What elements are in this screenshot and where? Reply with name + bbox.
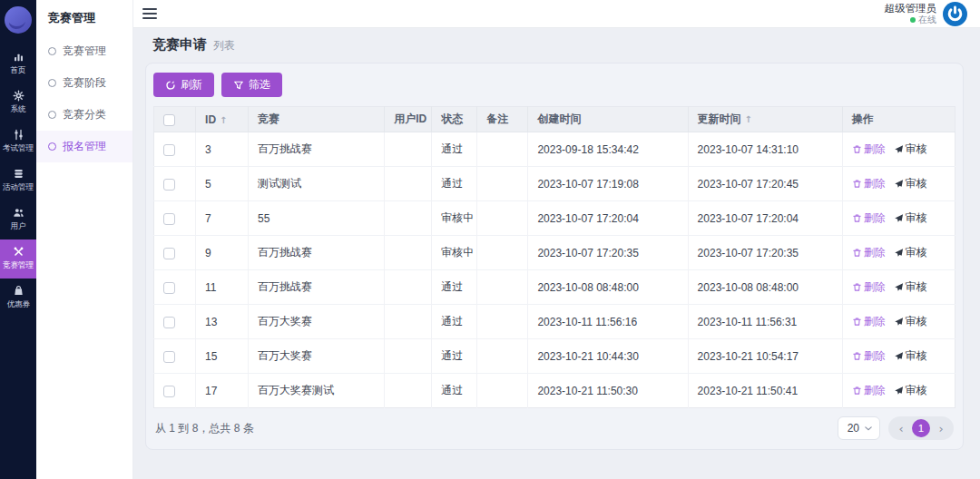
cell-competition: 百万大奖赛测试 bbox=[249, 374, 385, 408]
submenu-item-competition-categories[interactable]: 竞赛分类 bbox=[36, 99, 132, 131]
cell-user-id bbox=[385, 201, 432, 236]
row-checkbox[interactable] bbox=[163, 386, 175, 397]
avatar[interactable] bbox=[943, 2, 967, 26]
row-checkbox[interactable] bbox=[163, 144, 175, 156]
review-link[interactable]: 审核 bbox=[894, 176, 927, 191]
submenu-item-competition-management[interactable]: 竞赛管理 bbox=[36, 35, 132, 67]
cell-actions: 删除 审核 bbox=[842, 374, 955, 408]
table-row: 3 百万挑战赛 通过 2023-09-18 15:34:42 2023-10-0… bbox=[154, 132, 956, 167]
user-menu[interactable]: 超级管理员 在线 bbox=[885, 2, 968, 26]
review-link[interactable]: 审核 bbox=[894, 383, 927, 398]
next-page-button[interactable]: › bbox=[935, 422, 947, 435]
page-subtitle: 列表 bbox=[213, 38, 235, 54]
cell-select bbox=[154, 339, 196, 374]
paper-plane-icon bbox=[894, 248, 904, 258]
rail-item-users[interactable]: 用户 bbox=[0, 200, 36, 240]
submenu-title: 竞赛管理 bbox=[36, 0, 132, 35]
cell-actions: 删除 审核 bbox=[842, 201, 955, 236]
row-checkbox[interactable] bbox=[163, 213, 175, 225]
filter-button[interactable]: 筛选 bbox=[221, 73, 282, 97]
cell-updated-time: 2023-10-07 17:20:35 bbox=[688, 236, 842, 270]
submenu-item-label: 竞赛分类 bbox=[63, 107, 106, 122]
cell-updated-time: 2023-10-07 17:20:04 bbox=[688, 201, 842, 236]
rail-item-exam-management[interactable]: 考试管理 bbox=[0, 122, 36, 161]
row-checkbox[interactable] bbox=[163, 317, 175, 328]
refresh-button[interactable]: 刷新 bbox=[153, 73, 214, 97]
col-id[interactable]: ID↑ bbox=[196, 107, 249, 132]
review-link[interactable]: 审核 bbox=[894, 348, 927, 364]
cell-remark bbox=[477, 201, 528, 236]
cell-user-id bbox=[385, 236, 432, 270]
row-checkbox[interactable] bbox=[163, 179, 175, 191]
cell-remark bbox=[477, 305, 528, 339]
review-link[interactable]: 审核 bbox=[894, 245, 927, 260]
col-updated-time[interactable]: 更新时间↑ bbox=[688, 107, 842, 132]
paper-plane-icon bbox=[894, 213, 904, 223]
review-link[interactable]: 审核 bbox=[894, 314, 927, 329]
cell-competition: 测试测试 bbox=[249, 167, 385, 201]
col-select bbox=[154, 107, 196, 132]
cell-competition: 百万挑战赛 bbox=[249, 132, 385, 167]
hamburger-menu-icon[interactable] bbox=[142, 8, 157, 19]
page-head: 竞赛申请 列表 bbox=[145, 36, 964, 56]
page-size-value: 20 bbox=[848, 422, 859, 435]
card-footer: 从 1 到 8，总共 8 条 20 ‹ 1 › bbox=[153, 416, 956, 442]
cell-id: 13 bbox=[196, 305, 249, 339]
page-size-select[interactable]: 20 bbox=[838, 416, 880, 440]
review-link[interactable]: 审核 bbox=[894, 210, 927, 226]
submenu-item-competition-stages[interactable]: 竞赛阶段 bbox=[36, 67, 132, 99]
cell-created-time: 2023-10-08 08:48:00 bbox=[528, 270, 688, 305]
cell-status: 通过 bbox=[432, 339, 477, 374]
select-all-checkbox[interactable] bbox=[163, 114, 175, 126]
row-checkbox[interactable] bbox=[163, 248, 175, 259]
trash-icon bbox=[852, 248, 862, 258]
table-row: 15 百万大奖赛 通过 2023-10-21 10:44:30 2023-10-… bbox=[154, 339, 956, 374]
delete-link[interactable]: 删除 bbox=[852, 245, 886, 260]
delete-link[interactable]: 删除 bbox=[852, 383, 886, 398]
refresh-icon bbox=[165, 80, 176, 91]
submenu-item-registration-management[interactable]: 报名管理 bbox=[36, 131, 132, 162]
submenu-item-label: 报名管理 bbox=[63, 139, 106, 154]
cell-updated-time: 2023-10-07 14:31:10 bbox=[688, 132, 842, 167]
cell-remark bbox=[477, 270, 528, 305]
row-checkbox[interactable] bbox=[163, 282, 175, 294]
table-row: 13 百万大奖赛 通过 2023-10-11 11:56:16 2023-10-… bbox=[154, 305, 956, 339]
cell-created-time: 2023-10-07 17:20:35 bbox=[528, 236, 688, 270]
rail-item-competition-management[interactable]: 竞赛管理 bbox=[0, 240, 36, 279]
toolbar: 刷新 筛选 bbox=[153, 73, 956, 97]
paper-plane-icon bbox=[894, 351, 904, 361]
delete-link[interactable]: 删除 bbox=[852, 176, 886, 191]
rail-item-activity-management[interactable]: 活动管理 bbox=[0, 161, 36, 200]
current-page-button[interactable]: 1 bbox=[912, 419, 930, 437]
cell-status: 通过 bbox=[432, 270, 477, 305]
sliders-icon bbox=[13, 129, 24, 141]
prev-page-button[interactable]: ‹ bbox=[895, 422, 907, 435]
cell-id: 9 bbox=[196, 236, 249, 270]
rail-item-coupons[interactable]: 优惠券 bbox=[0, 279, 36, 318]
submenu-item-label: 竞赛阶段 bbox=[63, 75, 106, 91]
cell-user-id bbox=[385, 132, 432, 167]
cell-select bbox=[154, 236, 196, 270]
sort-ascending-icon: ↑ bbox=[745, 114, 752, 124]
review-link[interactable]: 审核 bbox=[894, 279, 927, 295]
paper-plane-icon bbox=[894, 144, 904, 154]
delete-link[interactable]: 删除 bbox=[852, 314, 886, 329]
review-link[interactable]: 审核 bbox=[894, 142, 927, 157]
table-row: 9 百万挑战赛 审核中 2023-10-07 17:20:35 2023-10-… bbox=[154, 236, 956, 270]
cell-actions: 删除 审核 bbox=[842, 132, 955, 167]
rail-item-label: 用户 bbox=[10, 220, 25, 231]
rail-item-system[interactable]: 系统 bbox=[0, 83, 36, 122]
cell-id: 5 bbox=[196, 167, 249, 201]
delete-link[interactable]: 删除 bbox=[852, 142, 886, 157]
table-row: 11 百万挑战赛 通过 2023-10-08 08:48:00 2023-10-… bbox=[154, 270, 956, 305]
paper-plane-icon bbox=[894, 282, 904, 292]
rail-item-home[interactable]: 首页 bbox=[0, 44, 36, 83]
row-checkbox[interactable] bbox=[163, 351, 175, 363]
submenu-item-label: 竞赛管理 bbox=[63, 44, 106, 59]
delete-link[interactable]: 删除 bbox=[852, 210, 886, 226]
paper-plane-icon bbox=[894, 386, 904, 396]
delete-link[interactable]: 删除 bbox=[852, 348, 886, 364]
cell-created-time: 2023-10-11 11:56:16 bbox=[528, 305, 688, 339]
cell-select bbox=[154, 201, 196, 236]
delete-link[interactable]: 删除 bbox=[852, 279, 886, 295]
